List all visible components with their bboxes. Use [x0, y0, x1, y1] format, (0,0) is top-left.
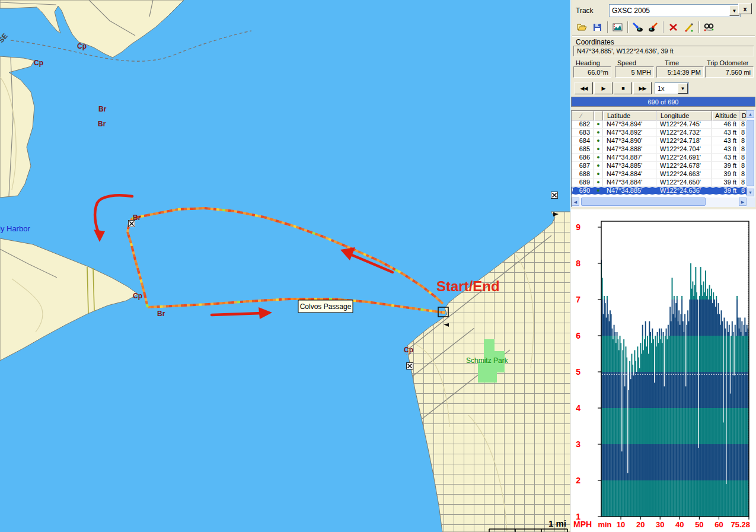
track-segment[interactable] [387, 265, 390, 266]
track-segment[interactable] [433, 295, 436, 297]
track-segment[interactable] [139, 273, 140, 276]
track-point-row[interactable]: 682●N47°34.894'W122°24.745'46 ft8 [572, 120, 755, 129]
scroll-up-icon[interactable]: ▲ [747, 110, 754, 118]
track-segment[interactable] [213, 209, 216, 210]
track-segment[interactable] [132, 249, 133, 251]
track-segment[interactable] [418, 309, 421, 310]
table-header-row[interactable]: ∕ Latitude Longitude Altitude D [572, 111, 755, 120]
track-segment[interactable] [252, 215, 255, 215]
track-segment[interactable] [175, 209, 178, 210]
track-segment[interactable] [146, 301, 147, 304]
chevron-down-icon[interactable]: ▼ [678, 83, 688, 94]
playback-speed-combobox[interactable]: 1x ▼ [655, 82, 689, 94]
send-to-gps-icon[interactable] [630, 20, 646, 34]
track-segment[interactable] [234, 211, 237, 212]
vertical-scrollbar[interactable]: ▲ ▼ [747, 110, 755, 197]
track-segment[interactable] [173, 210, 176, 211]
track-segment[interactable] [219, 210, 222, 211]
scroll-down-icon[interactable]: ▼ [747, 189, 754, 196]
track-segment[interactable] [135, 260, 136, 263]
track-segment[interactable] [441, 301, 443, 304]
track-segment[interactable] [243, 213, 246, 214]
track-segment[interactable] [138, 271, 139, 274]
track-segment[interactable] [391, 305, 394, 306]
map-canvas[interactable]: SEly HarborCpCpBrBrBrCpBrCpSchmitz ParkS… [0, 0, 570, 532]
track-segment[interactable] [131, 243, 132, 246]
track-segment[interactable] [144, 215, 147, 216]
track-segment[interactable] [429, 292, 432, 294]
track-segment[interactable] [425, 288, 427, 290]
forward-button[interactable]: ▶▶ [633, 82, 652, 94]
track-segment[interactable] [129, 235, 130, 238]
track-segment[interactable] [304, 230, 307, 231]
track-segment[interactable] [406, 276, 408, 278]
track-segment[interactable] [397, 306, 400, 307]
track-segment[interactable] [134, 254, 135, 257]
track-point-row[interactable]: 689●N47°34.884'W122°24.650'39 ft8 [572, 179, 755, 187]
latitude-column-header[interactable]: Latitude [603, 111, 656, 120]
track-segment[interactable] [318, 235, 321, 236]
track-segment[interactable] [379, 304, 382, 304]
rewind-button[interactable]: ◀◀ [575, 82, 593, 94]
track-segment[interactable] [429, 311, 432, 311]
track-segment[interactable] [237, 212, 240, 212]
track-segment[interactable] [423, 310, 426, 310]
track-segment[interactable] [147, 304, 148, 307]
track-segment[interactable] [315, 234, 318, 235]
track-segment[interactable] [216, 209, 219, 210]
track-segment[interactable] [431, 294, 433, 295]
track-segment[interactable] [144, 292, 145, 295]
track-segment[interactable] [145, 295, 145, 298]
track-segment[interactable] [133, 251, 134, 254]
track-segment[interactable] [406, 307, 409, 308]
track-segment[interactable] [231, 211, 234, 212]
track-point-row[interactable]: 687●N47°34.885'W122°24.678'39 ft8 [572, 162, 755, 170]
track-combobox[interactable]: GXSC 2005 ▼ [609, 4, 741, 17]
track-segment[interactable] [299, 228, 302, 229]
stop-button[interactable]: ■ [614, 82, 632, 94]
track-segment[interactable] [415, 308, 418, 309]
track-segment[interactable] [276, 221, 279, 222]
track-segment[interactable] [153, 214, 156, 214]
track-segment[interactable] [394, 305, 397, 306]
track-segment[interactable] [412, 308, 415, 309]
track-segment[interactable] [156, 213, 159, 214]
track-segment[interactable] [393, 268, 395, 269]
track-segment[interactable] [208, 209, 210, 209]
track-segment[interactable] [205, 208, 208, 209]
marker-column-header[interactable] [594, 111, 603, 120]
track-segment[interactable] [426, 310, 429, 311]
track-point-row[interactable]: 690●N47°34.885'W122°24.636'39 ft8 [572, 187, 755, 195]
scroll-right-icon[interactable]: ▶ [739, 197, 747, 206]
track-segment[interactable] [385, 264, 387, 265]
track-segment[interactable] [420, 310, 423, 310]
track-segment[interactable] [258, 216, 261, 216]
track-segment[interactable] [379, 261, 382, 262]
track-segment[interactable] [435, 311, 438, 312]
scroll-left-icon[interactable]: ◀ [572, 197, 579, 206]
track-segment[interactable] [388, 305, 391, 305]
track-segment[interactable] [282, 222, 285, 224]
track-segment[interactable] [279, 222, 282, 223]
track-point-row[interactable]: 684●N47°34.890'W122°24.718'43 ft8 [572, 137, 755, 145]
track-segment[interactable] [401, 273, 403, 274]
track-segment[interactable] [140, 276, 141, 279]
track-segment[interactable] [369, 256, 372, 257]
save-icon[interactable] [590, 20, 605, 34]
track-segment[interactable] [382, 304, 385, 305]
track-segment[interactable] [417, 283, 420, 285]
track-segment[interactable] [147, 215, 150, 215]
track-segment[interactable] [142, 282, 142, 285]
track-segment[interactable] [127, 232, 129, 235]
profile-chart-icon[interactable] [610, 20, 626, 34]
track-segment[interactable] [261, 216, 264, 217]
edit-track-icon[interactable] [681, 20, 697, 34]
track-segment[interactable] [342, 244, 345, 246]
track-segment[interactable] [334, 241, 337, 243]
track-segment[interactable] [142, 286, 143, 289]
track-segment[interactable] [273, 220, 276, 221]
track-segment[interactable] [328, 239, 331, 240]
horizontal-scrollbar[interactable]: ◀ ▶ [572, 197, 747, 207]
track-segment[interactable] [310, 232, 312, 233]
sort-column-header[interactable]: ∕ [572, 111, 594, 120]
